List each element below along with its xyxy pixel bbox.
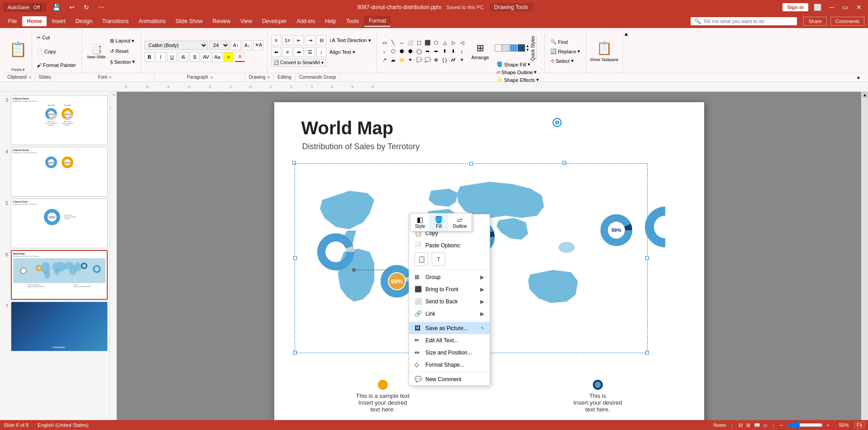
- shape-cell[interactable]: ⭐: [398, 56, 406, 64]
- shape-outline-button[interactable]: ▱ Shape Outline ▾: [495, 68, 541, 76]
- shape-cell[interactable]: { }: [441, 56, 449, 64]
- zoom-out-button[interactable]: ─: [780, 422, 783, 428]
- ctx-group[interactable]: ⊞ Group ▶: [409, 271, 490, 283]
- font-size-select[interactable]: 24: [209, 41, 229, 50]
- style-swatch[interactable]: [510, 44, 517, 52]
- save-button[interactable]: 💾: [50, 3, 63, 12]
- shape-cell[interactable]: 💬: [415, 56, 423, 64]
- zoom-in-button[interactable]: +: [826, 422, 829, 428]
- justify-button[interactable]: ☰: [305, 47, 315, 57]
- view-slideshow-button[interactable]: ▷: [764, 422, 768, 428]
- slide-preview-3[interactable]: 2 Donut Charts Distribution of Items by …: [11, 95, 108, 145]
- ctx-size-position[interactable]: ⇔ Size and Position...: [409, 346, 490, 359]
- shape-cell[interactable]: ⬡: [432, 39, 440, 47]
- menu-file[interactable]: File: [4, 16, 21, 26]
- cut-button[interactable]: ✂ Cut: [35, 34, 78, 42]
- select-button[interactable]: ⊹ Select ▾: [548, 57, 582, 65]
- style-swatch[interactable]: [502, 44, 510, 52]
- shape-cell[interactable]: ─: [398, 39, 406, 47]
- text-direction-button[interactable]: ↕A Text Direction ▾: [328, 37, 372, 44]
- numbering-button[interactable]: 1≡: [282, 35, 292, 45]
- paste-label[interactable]: Paste ▾: [11, 67, 25, 72]
- shape-cell[interactable]: ✦: [406, 56, 415, 64]
- shadow-button[interactable]: S: [190, 52, 200, 62]
- shape-cell[interactable]: ➡: [424, 47, 432, 56]
- bullets-button[interactable]: ≡: [271, 35, 281, 45]
- selection-handle-br[interactable]: [645, 351, 649, 354]
- menu-developer[interactable]: Developer: [258, 16, 291, 26]
- clear-format-button[interactable]: ✕A: [253, 40, 263, 50]
- ctx-new-comment[interactable]: 💬 New Comment: [409, 373, 490, 385]
- slide-thumb-4[interactable]: 4 2 Donut Charts Distribution of Items b…: [2, 147, 108, 197]
- donut-chart-5[interactable]: [629, 204, 665, 251]
- align-right-button[interactable]: ➡: [294, 47, 304, 57]
- shape-effects-button[interactable]: ✨ Shape Effects ▾: [495, 76, 541, 84]
- shape-cell[interactable]: ⬢: [406, 47, 415, 56]
- sign-in-button[interactable]: Sign in: [782, 3, 808, 11]
- mini-style-button[interactable]: ◧ Style: [410, 213, 430, 231]
- menu-review[interactable]: Review: [208, 16, 235, 26]
- shape-cell[interactable]: ↕: [458, 47, 466, 56]
- menu-transitions[interactable]: Transitions: [98, 16, 133, 26]
- shape-cell[interactable]: ⬛: [424, 39, 432, 47]
- undo-button[interactable]: ↩: [67, 3, 77, 12]
- italic-button[interactable]: I: [156, 52, 166, 62]
- selection-handle-bl[interactable]: [293, 351, 297, 354]
- menu-home[interactable]: Home: [22, 16, 46, 26]
- bold-button[interactable]: B: [144, 52, 154, 62]
- mini-fill-button[interactable]: 🪣 Fill: [430, 213, 448, 231]
- paste-option-2[interactable]: T: [432, 252, 445, 266]
- shape-cell[interactable]: ☁: [389, 56, 397, 64]
- char-spacing-button[interactable]: AV: [201, 52, 211, 62]
- donut-chart-4[interactable]: 99%: [600, 213, 634, 249]
- mini-outline-button[interactable]: ▱ Outline: [448, 213, 472, 231]
- new-slide-button[interactable]: 📑 New Slide: [86, 43, 108, 60]
- ctx-link[interactable]: 🔗 Link ▶: [409, 307, 490, 320]
- slide-thumb-6[interactable]: 6 World Map Distribution of Sales by Ter…: [2, 250, 108, 300]
- menu-addins[interactable]: Add-ins: [292, 16, 320, 26]
- increase-indent-button[interactable]: ⇥: [305, 35, 315, 45]
- restore-button[interactable]: ⬜: [811, 3, 824, 12]
- menu-tools[interactable]: Tools: [342, 16, 363, 26]
- shape-cell[interactable]: ⬇: [449, 47, 458, 56]
- quick-styles-dropdown[interactable]: ▲ ▼: [526, 44, 529, 52]
- line-spacing-button[interactable]: ↕: [316, 47, 326, 57]
- layout-button[interactable]: ⊞Layout▾: [108, 37, 137, 45]
- style-swatch[interactable]: [518, 44, 525, 52]
- view-normal-button[interactable]: ⊟: [739, 422, 743, 428]
- share-button[interactable]: Share: [803, 17, 826, 26]
- shape-cell[interactable]: ⬜: [406, 39, 415, 47]
- redo-button[interactable]: ↻: [81, 3, 92, 12]
- customize-qat-button[interactable]: ⋯: [95, 3, 107, 12]
- underline-button[interactable]: U: [167, 52, 177, 62]
- align-center-button[interactable]: ≡: [282, 47, 292, 57]
- menu-view[interactable]: View: [236, 16, 257, 26]
- slide-thumb-3[interactable]: 3 2 Donut Charts Distribution of Items b…: [2, 95, 108, 145]
- menu-slideshow[interactable]: Slide Show: [171, 16, 207, 26]
- align-left-button[interactable]: ⬅: [271, 47, 281, 57]
- shape-cell[interactable]: ⬦: [381, 47, 389, 56]
- menu-insert[interactable]: Insert: [48, 16, 70, 26]
- shape-cell[interactable]: ↗: [381, 56, 389, 64]
- maximize-button[interactable]: ▭: [839, 3, 851, 12]
- shape-cell[interactable]: 💭: [424, 56, 432, 64]
- zoom-slider[interactable]: [787, 421, 823, 429]
- shape-cell[interactable]: ⊕: [432, 56, 440, 64]
- comments-button[interactable]: Comments: [830, 17, 864, 26]
- zoom-fit-button[interactable]: Fit: [854, 422, 864, 428]
- columns-button[interactable]: ⊟: [316, 35, 326, 45]
- highlight-button[interactable]: A: [224, 52, 234, 62]
- shape-cell[interactable]: ▢: [415, 39, 423, 47]
- menu-design[interactable]: Design: [71, 16, 97, 26]
- menu-format[interactable]: Format: [364, 16, 391, 27]
- collapse-ribbon-button[interactable]: ▲: [853, 74, 864, 80]
- canvas-area[interactable]: World Map Distribution of Sales by Terro…: [117, 92, 861, 430]
- close-button[interactable]: ✕: [854, 3, 864, 12]
- search-box[interactable]: 🔍: [691, 17, 797, 25]
- scroll-up-button[interactable]: ▲: [862, 92, 868, 98]
- style-swatch[interactable]: [495, 44, 502, 52]
- shape-cell[interactable]: 🗲: [449, 56, 458, 64]
- slide-preview-4[interactable]: 2 Donut Charts Distribution of Items by …: [11, 147, 108, 197]
- shape-cell[interactable]: ▷: [449, 39, 458, 47]
- ctx-save-as-picture[interactable]: 🖼 Save as Picture... ↖: [409, 322, 490, 334]
